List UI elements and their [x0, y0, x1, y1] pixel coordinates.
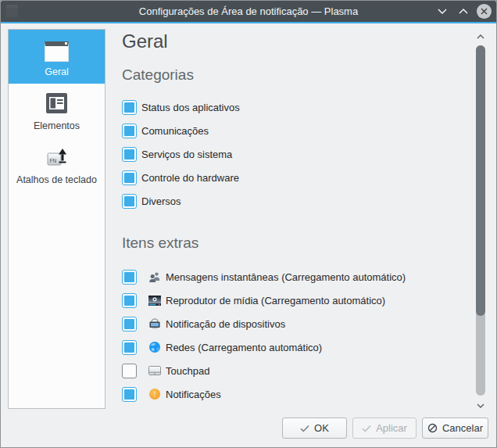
scrollbar-up-icon[interactable] — [477, 34, 484, 40]
cancel-icon — [427, 423, 438, 433]
category-label: Serviços do sistema — [141, 149, 232, 160]
extra-label: Notificações — [166, 389, 221, 400]
extra-row: Notificações — [122, 382, 470, 406]
scrollbar — [476, 32, 485, 409]
extras-list: Mensagens instantâneas (Carregamento aut… — [122, 265, 470, 406]
titlebar[interactable]: Configurações de Área de notificação — P… — [1, 1, 496, 22]
instant-messaging-icon — [148, 271, 161, 284]
apply-button-label: Aplicar — [376, 422, 407, 434]
apply-button[interactable]: Aplicar — [352, 418, 417, 439]
notifications-icon — [148, 388, 161, 401]
media-player-icon — [148, 294, 161, 307]
maximize-icon[interactable] — [456, 4, 470, 19]
settings-window: Configurações de Área de notificação — P… — [0, 0, 497, 448]
sidebar: Geral Elementos — [8, 29, 105, 409]
section-heading-itens-extras: Itens extras — [122, 235, 198, 252]
checkbox-notificacoes[interactable] — [122, 387, 137, 402]
ok-button[interactable]: OK — [282, 418, 347, 439]
checkbox-diversos[interactable] — [122, 194, 137, 209]
network-icon — [148, 341, 161, 354]
checkbox-servicos-sistema[interactable] — [122, 147, 137, 162]
device-notifier-icon — [148, 317, 161, 331]
extra-row: Mensagens instantâneas (Carregamento aut… — [122, 265, 470, 289]
extra-label: Reprodutor de mídia (Carregamento automá… — [166, 295, 385, 306]
category-row: Controle do hardware — [122, 166, 470, 189]
sidebar-item-geral[interactable]: Geral — [9, 30, 105, 84]
cancel-button-label: Cancelar — [442, 422, 483, 434]
touchpad-icon — [148, 364, 161, 378]
close-icon[interactable] — [477, 4, 492, 19]
checkbox-controle-hardware[interactable] — [122, 170, 137, 185]
category-row: Comunicações — [122, 119, 470, 142]
checkbox-notificacao-dispositivos[interactable] — [122, 317, 137, 332]
scrollbar-down-icon[interactable] — [477, 403, 484, 409]
category-row: Status dos aplicativos — [122, 95, 470, 119]
checkbox-comunicacoes[interactable] — [122, 124, 137, 138]
extra-row: Notificação de dispositivos — [122, 312, 470, 335]
checkbox-mensagens-instantaneas[interactable] — [122, 270, 137, 285]
svg-text:FN: FN — [50, 158, 57, 163]
category-label: Controle do hardware — [141, 172, 239, 184]
sidebar-item-label: Geral — [45, 66, 69, 77]
checkbox-redes[interactable] — [122, 340, 137, 355]
extra-label: Redes (Carregamento automático) — [166, 342, 322, 353]
scrollbar-thumb[interactable] — [476, 45, 485, 316]
minimize-icon[interactable] — [434, 4, 449, 19]
extra-row: Reprodutor de mídia (Carregamento automá… — [122, 289, 470, 312]
accent-line — [1, 22, 496, 23]
extra-row: Touchpad — [122, 359, 470, 382]
category-label: Status dos aplicativos — [141, 102, 240, 113]
keyboard-shortcut-icon: FN — [46, 148, 67, 170]
extra-row: Redes (Carregamento automático) — [122, 335, 470, 359]
checkbox-status-aplicativos[interactable] — [122, 100, 137, 115]
sidebar-item-elementos[interactable]: Elementos — [9, 84, 105, 138]
category-label: Comunicações — [141, 125, 209, 137]
window-controls — [434, 1, 492, 22]
categories-list: Status dos aplicativos Comunicações Serv… — [122, 95, 470, 213]
checkbox-touchpad[interactable] — [122, 364, 137, 378]
app-icon — [6, 5, 18, 17]
sidebar-item-atalhos[interactable]: FN Atalhos de teclado — [9, 138, 105, 192]
checkbox-reprodutor-midia[interactable] — [122, 293, 137, 308]
ok-button-label: OK — [314, 422, 329, 434]
category-row: Diversos — [122, 189, 470, 213]
check-icon — [362, 425, 371, 432]
sidebar-item-label: Atalhos de teclado — [16, 174, 97, 185]
sidebar-item-label: Elementos — [34, 120, 80, 131]
extra-label: Touchpad — [166, 365, 209, 377]
window-title: Configurações de Área de notificação — P… — [1, 5, 496, 17]
extra-label: Mensagens instantâneas (Carregamento aut… — [166, 271, 406, 283]
page-title: Geral — [122, 30, 168, 52]
section-heading-categorias: Categorias — [122, 66, 194, 84]
window-elements-icon — [46, 93, 67, 116]
window-general-icon — [45, 41, 69, 62]
check-icon — [300, 425, 309, 432]
category-row: Serviços do sistema — [122, 142, 470, 166]
extra-label: Notificação de dispositivos — [166, 318, 285, 330]
category-label: Diversos — [141, 195, 181, 207]
cancel-button[interactable]: Cancelar — [422, 418, 488, 439]
